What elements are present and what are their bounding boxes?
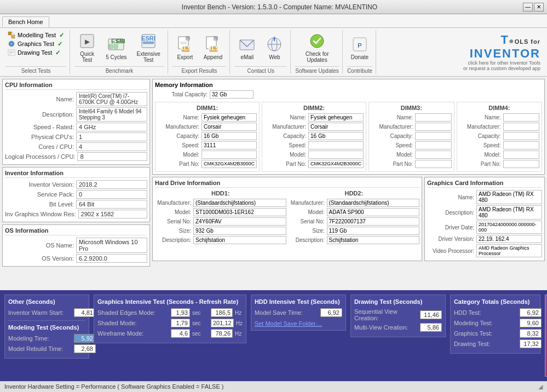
- hdd1-desc-label: Description:: [155, 237, 193, 243]
- dimm3-cap-value: [415, 132, 451, 140]
- dimm2-title: DIMM2:: [264, 105, 364, 111]
- hdd2-model-value: ADATA SP900: [327, 208, 420, 216]
- dimm3-speed-value: [415, 141, 451, 149]
- dimm1-cap-value: 16 Gb: [201, 132, 257, 140]
- quick-test-button[interactable]: ▶ Quick Test: [74, 30, 100, 65]
- hdd2-desc-value: Schijfstation: [327, 236, 420, 244]
- bench-modeling-rebuild-label: Model Rebuild Time:: [8, 345, 74, 352]
- hdd2-col: HDD2: Manufacturer:(Standaardschijfstati…: [289, 190, 420, 245]
- dimm4-name-value: [503, 113, 539, 122]
- bench-shaded-label: Shaded Mode:: [97, 320, 169, 326]
- dimm3-cap-label: Capacity:: [371, 133, 415, 139]
- hdd2-desc-label: Description:: [289, 237, 327, 243]
- five-cycles-label: 5 Cycles: [106, 54, 126, 60]
- memory-total-row: Total Capacity: 32 Gb: [155, 90, 542, 99]
- svg-text:ESRI: ESRI: [116, 38, 125, 44]
- bench-wireframe-label: Wireframe Mode:: [97, 330, 169, 337]
- dimm4-mfr-value: [503, 123, 539, 131]
- export-label-group: Export Results: [172, 66, 226, 74]
- check-updates-button[interactable]: Check for Updates: [302, 30, 333, 65]
- bench-shaded-sec: sec: [192, 320, 209, 326]
- os-name-row: OS Name: Microsoft Windows 10 Pro: [5, 238, 147, 253]
- hdd1-title: HDD1:: [155, 190, 286, 197]
- append-button[interactable]: XLS Append: [200, 33, 226, 62]
- bench-warm-row: Inventor Warm Start: 4,81: [8, 308, 85, 317]
- bench-seq-row: Sequential View Creation: 11,46: [354, 308, 442, 321]
- bench-modeling-time-label: Modeling Time:: [8, 335, 74, 342]
- minimize-button[interactable]: —: [523, 3, 533, 11]
- os-section: OS Information OS Name: Microsoft Window…: [2, 224, 150, 267]
- bench-wireframe-hz: 78,26: [211, 329, 233, 338]
- gpu-name-value: AMD Radeon (TM) RX 480: [476, 190, 542, 204]
- svg-line-2: [11, 32, 15, 35]
- main-window: Bench Home Modelling Test ✓ Graphics Tes…: [0, 14, 547, 392]
- os-name-value: Microsoft Windows 10 Pro: [76, 238, 147, 253]
- dimm3-mfr-label: Manufacturer:: [371, 124, 415, 130]
- cpu-logical-value: 8: [77, 152, 147, 161]
- hdd1-col: HDD1: Manufacturer:(Standaardschijfstati…: [155, 190, 286, 245]
- tools-logo-line1: T●OLS for: [501, 33, 540, 47]
- dimm4-speed-label: Speed:: [459, 142, 503, 148]
- hdd2-mfr-value: (Standaardschijfstations): [327, 199, 420, 207]
- inv-version-label: Inventor Version:: [5, 181, 76, 188]
- contribute-group: P Donate Contribute: [344, 30, 376, 74]
- bench-totals-modeling-row: Modeling Test: 9,60: [454, 319, 537, 327]
- dimm3-model-label: Model:: [371, 152, 415, 158]
- tools-logo[interactable]: T●OLS for INVENTOR click here for other …: [459, 30, 545, 74]
- dimm1-speed-label: Speed:: [158, 142, 201, 148]
- inv-gfx-row: Inv Graphics Window Res: 2902 x 1582: [5, 210, 147, 218]
- dimm3-model-value: [415, 151, 451, 159]
- dimm4-speed-value: [503, 141, 539, 149]
- bench-wireframe-sec: sec: [192, 331, 209, 337]
- quick-test-label: Quick Test: [80, 51, 94, 63]
- bench-multi-value: 5,86: [420, 323, 442, 332]
- gpu-title: Graphics Card Information: [427, 180, 542, 188]
- contact-items: eMail i Web: [234, 30, 287, 65]
- contact-label-group: Contact Us: [234, 66, 287, 74]
- dimm1: DIMM1: Name:Fysiek geheugen Manufacturer…: [155, 102, 260, 172]
- dimm3-mfr-value: [415, 123, 451, 131]
- quick-test-icon: ▶: [78, 32, 96, 50]
- inv-version-row: Inventor Version: 2018.2: [5, 180, 147, 189]
- drawing-check: ✓: [55, 49, 60, 56]
- memory-section: Memory Information Total Capacity: 32 Gb…: [152, 79, 545, 175]
- append-label: Append: [204, 54, 222, 60]
- hdd1-model-value: ST1000DM003-1ER162: [193, 208, 286, 216]
- os-version-label: OS Version:: [5, 255, 76, 262]
- drawing-check-item: Drawing Test ✓: [8, 49, 64, 56]
- hdd-title: Hard Drive Information: [155, 180, 419, 188]
- inventor-title: Inventor Information: [5, 170, 147, 178]
- select-tests-label: Select Tests: [5, 66, 66, 74]
- memory-total-label: Total Capacity:: [155, 91, 210, 97]
- export-label: Export: [177, 54, 193, 60]
- bench-graphics-title: Graphics Intensive Test (Seconds - Refre…: [97, 298, 243, 305]
- extensive-test-label: Extensive Test: [136, 51, 160, 63]
- svg-text:i: i: [274, 36, 275, 42]
- svg-rect-14: [109, 44, 113, 49]
- export-button[interactable]: XLS Export: [172, 33, 198, 62]
- svg-rect-18: [143, 42, 154, 44]
- hdd1-size-label: Size:: [155, 228, 193, 234]
- svg-rect-0: [8, 32, 11, 35]
- ribbon-tabs: Bench Home: [0, 14, 547, 27]
- drawing-label: Drawing Test: [18, 49, 52, 56]
- bench-graphics-box: Graphics Intensive Test (Seconds - Refre…: [94, 295, 246, 343]
- bench-home-tab[interactable]: Bench Home: [2, 16, 49, 27]
- donate-button[interactable]: P Donate: [347, 33, 372, 62]
- close-button[interactable]: ✕: [534, 3, 544, 11]
- cpu-physical-value: 1: [76, 132, 147, 141]
- tools-logo-line2: INVENTOR: [470, 47, 540, 60]
- bench-seq-label: Sequential View Creation:: [354, 308, 420, 321]
- hdd2-size-value: 119 Gb: [327, 227, 420, 235]
- bench-modeling-rebuild-row: Model Rebuild Time: 2,68: [8, 344, 85, 353]
- bench-shaded-edges-sec: sec: [192, 310, 209, 316]
- hdd2-serial-label: Serial No:: [289, 218, 327, 224]
- append-icon: XLS: [204, 36, 222, 53]
- dimm4-name-label: Name:: [459, 114, 503, 120]
- five-cycles-button[interactable]: ESRIESRI 5 Cycles: [102, 33, 130, 62]
- set-folder-link[interactable]: Set Model Save Folder....: [255, 320, 323, 327]
- web-button[interactable]: i Web: [262, 33, 287, 62]
- email-button[interactable]: eMail: [234, 33, 260, 62]
- bench-warm-value: 4,81: [74, 308, 96, 317]
- extensive-test-button[interactable]: ESRI Extensive Test: [133, 30, 164, 65]
